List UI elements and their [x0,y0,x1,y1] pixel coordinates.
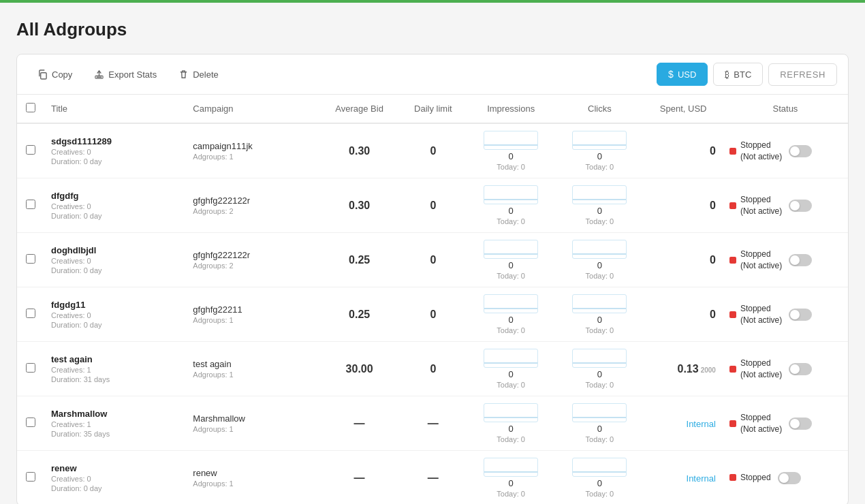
row-campaign-name[interactable]: test again [193,359,312,369]
row-checkbox-cell[interactable] [17,123,44,178]
clicks-today: Today: 0 [586,326,614,334]
status-dot [729,366,736,373]
clicks-today: Today: 0 [586,435,614,443]
status-toggle[interactable] [789,418,812,430]
row-campaign-name[interactable]: gfghfg222122r [193,250,312,260]
row-checkbox-cell[interactable] [17,342,44,396]
row-duration: Duration: 0 day [51,157,179,166]
row-title[interactable]: dfgdfg [51,191,179,201]
impressions-sparkline [484,131,538,150]
btc-button[interactable]: ₿ BTC [713,63,763,86]
row-campaign-cell: campaign111jk Adgroups: 1 [186,123,319,178]
row-checkbox[interactable] [26,145,35,155]
row-clicks-cell: 0 Today: 0 [555,342,644,396]
row-title[interactable]: sdgsd1111289 [51,136,179,146]
select-all-checkbox[interactable] [26,103,35,112]
usd-button[interactable]: $ USD [657,63,708,86]
row-title[interactable]: Marshmallow [51,409,179,419]
row-campaign-meta: Adgroups: 2 [193,262,312,270]
row-checkbox[interactable] [26,309,35,318]
refresh-button[interactable]: REFRESH [768,63,837,86]
row-checkbox-cell[interactable] [17,287,44,342]
row-avg-bid: 0.30 [349,145,370,157]
export-icon [94,69,104,80]
status-toggle[interactable] [789,309,812,321]
row-duration: Duration: 0 day [51,266,179,274]
row-avg-bid: 30.00 [346,363,373,375]
spent-value: 0 [710,309,716,320]
row-title[interactable]: test again [51,354,179,364]
status-toggle[interactable] [789,363,812,375]
impressions-today: Today: 0 [497,381,525,389]
col-status: Status [723,95,848,123]
clicks-sparkline [572,349,627,368]
copy-button[interactable]: Copy [28,64,82,85]
status-toggle[interactable] [789,200,812,212]
row-duration: Duration: 0 day [51,484,179,492]
row-creatives: Creatives: 0 [51,311,179,319]
row-checkbox-cell[interactable] [17,396,44,451]
clicks-sparkline [572,185,627,204]
row-title-cell: doghdlbjdl Creatives: 0 Duration: 0 day [44,233,186,287]
row-spent-cell: 0 [644,233,722,287]
row-avg-bid: 0.25 [349,254,370,266]
row-impressions-cell: 0 Today: 0 [467,123,555,178]
row-checkbox[interactable] [26,254,35,264]
spent-value: 0 [710,200,716,211]
clicks-value: 0 [597,151,602,161]
clicks-today: Today: 0 [586,381,614,389]
row-daily-limit: — [428,418,439,429]
impressions-sparkline [484,349,538,368]
spent-value: 0 [710,254,716,266]
col-avg-bid: Average Bid [319,95,400,123]
row-creatives: Creatives: 0 [51,202,179,210]
row-title[interactable]: renew [51,463,179,473]
col-impressions: Impressions [467,95,555,123]
col-daily-limit: Daily limit [400,95,467,123]
status-text: Stopped(Not active) [740,358,782,381]
status-toggle[interactable] [778,472,801,484]
row-duration: Duration: 35 days [51,430,179,438]
toggle-knob [779,473,789,483]
row-daily-limit: 0 [430,363,436,375]
row-checkbox-cell[interactable] [17,178,44,233]
row-creatives: Creatives: 0 [51,257,179,265]
row-campaign-name[interactable]: Marshmallow [193,413,312,424]
row-campaign-name[interactable]: campaign111jk [193,141,312,151]
row-checkbox[interactable] [26,418,35,427]
toggle-knob [790,419,800,428]
table-row: fdgdg11 Creatives: 0 Duration: 0 day gfg… [17,287,848,342]
impressions-sparkline [484,458,538,477]
row-title[interactable]: fdgdg11 [51,300,179,310]
toggle-knob [790,310,800,319]
toggle-knob [790,146,800,156]
row-daily-limit: 0 [430,254,436,266]
row-impressions-cell: 0 Today: 0 [467,396,555,451]
row-checkbox[interactable] [26,363,35,373]
row-avg-bid: 0.30 [349,200,370,211]
row-campaign-meta: Adgroups: 1 [193,425,312,433]
export-stats-button[interactable]: Export Stats [84,64,166,85]
status-toggle[interactable] [789,145,812,157]
row-campaign-cell: renew Adgroups: 1 [186,451,319,505]
row-checkbox[interactable] [26,472,35,482]
row-title-cell: renew Creatives: 0 Duration: 0 day [44,451,186,505]
row-title[interactable]: doghdlbjdl [51,245,179,255]
impressions-value: 0 [509,369,514,379]
row-campaign-name[interactable]: gfghfg222122r [193,195,312,206]
row-title-cell: Marshmallow Creatives: 1 Duration: 35 da… [44,396,186,451]
row-checkbox-cell[interactable] [17,451,44,505]
clicks-value: 0 [597,478,602,488]
row-impressions-cell: 0 Today: 0 [467,287,555,342]
row-clicks-cell: 0 Today: 0 [555,287,644,342]
row-avg-bid: — [354,418,365,429]
status-text: Stopped [740,472,771,484]
row-checkbox[interactable] [26,200,35,209]
row-campaign-name[interactable]: gfghfg22211 [193,304,312,315]
row-checkbox-cell[interactable] [17,233,44,287]
status-toggle[interactable] [789,254,812,266]
row-creatives: Creatives: 0 [51,475,179,483]
delete-button[interactable]: Delete [169,64,228,85]
row-campaign-name[interactable]: renew [193,468,312,478]
row-spent-cell: 0.132000 [644,342,722,396]
